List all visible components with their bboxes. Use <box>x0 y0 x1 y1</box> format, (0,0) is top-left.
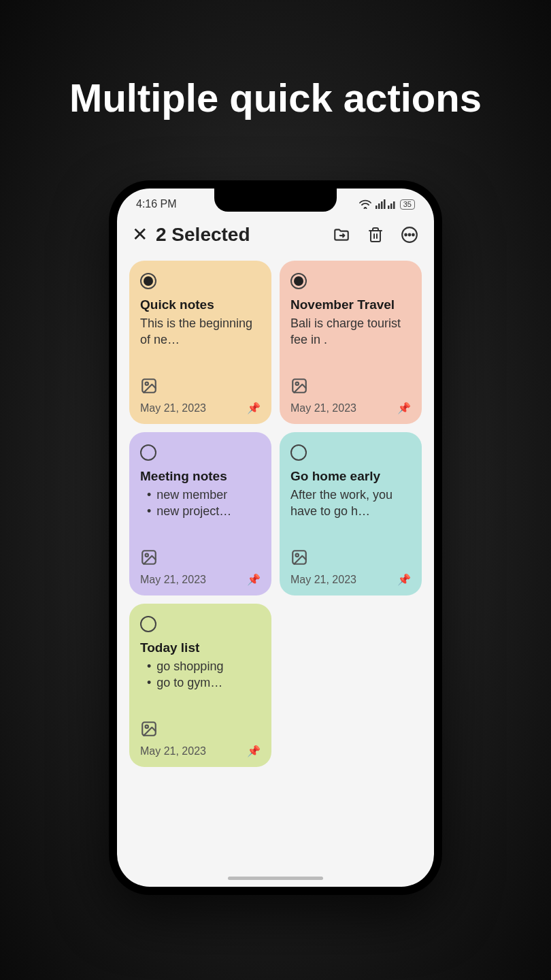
note-bullet: go shopping <box>147 658 261 674</box>
note-body: After the work, you have to go h… <box>290 487 411 520</box>
pin-icon: 📌 <box>247 573 261 586</box>
note-body: This is the beginning of ne… <box>140 315 261 348</box>
svg-rect-2 <box>381 201 383 209</box>
image-icon <box>140 377 261 397</box>
move-to-folder-icon[interactable] <box>332 225 351 244</box>
note-footer: May 21, 2023📌 <box>140 377 261 414</box>
svg-point-10 <box>412 234 414 236</box>
select-toggle[interactable] <box>140 444 156 461</box>
select-toggle[interactable] <box>290 444 307 461</box>
select-toggle[interactable] <box>140 616 156 632</box>
wifi-icon <box>359 199 371 209</box>
status-right: 35 <box>359 199 415 210</box>
select-toggle[interactable] <box>290 273 307 289</box>
selection-title: 2 Selected <box>156 224 250 246</box>
note-date: May 21, 2023 <box>140 745 206 757</box>
notes-grid: Quick notesThis is the beginning of ne…M… <box>117 252 434 775</box>
note-footer: May 21, 2023📌 <box>290 549 411 586</box>
note-card[interactable]: Meeting notesnew membernew project…May 2… <box>129 432 271 595</box>
phone-frame: 4:16 PM 35 ✕ 2 Selected <box>109 180 442 895</box>
note-card[interactable]: Today listgo shoppinggo to gym…May 21, 2… <box>129 604 271 767</box>
signal-icon <box>375 199 396 209</box>
note-footer: May 21, 2023📌 <box>140 720 261 757</box>
pin-icon: 📌 <box>397 573 411 586</box>
note-card[interactable]: Quick notesThis is the beginning of ne…M… <box>129 261 271 424</box>
note-title: Quick notes <box>140 297 261 312</box>
note-body: go shoppinggo to gym… <box>140 658 261 691</box>
note-title: Today list <box>140 640 261 655</box>
battery-icon: 35 <box>400 199 415 210</box>
select-toggle[interactable] <box>140 273 156 289</box>
selected-dot-icon <box>294 276 303 286</box>
svg-point-8 <box>405 234 407 236</box>
note-title: Go home early <box>290 469 411 484</box>
status-time: 4:16 PM <box>136 198 177 210</box>
note-date: May 21, 2023 <box>140 574 206 586</box>
image-icon <box>290 377 411 397</box>
pin-icon: 📌 <box>247 745 261 757</box>
svg-point-9 <box>409 234 411 236</box>
note-card[interactable]: November TravelBali is charge tourist fe… <box>280 261 422 424</box>
svg-rect-3 <box>384 199 386 209</box>
svg-rect-0 <box>375 206 378 209</box>
image-icon <box>290 549 411 569</box>
pin-icon: 📌 <box>247 402 261 414</box>
svg-point-16 <box>146 554 148 557</box>
pin-icon: 📌 <box>397 402 411 414</box>
svg-rect-1 <box>378 203 380 209</box>
svg-rect-6 <box>393 201 395 209</box>
note-date: May 21, 2023 <box>290 402 356 414</box>
svg-point-12 <box>146 382 148 385</box>
svg-rect-4 <box>388 206 390 209</box>
app-header: ✕ 2 Selected <box>117 213 434 252</box>
selected-dot-icon <box>144 276 153 286</box>
notch <box>214 189 337 212</box>
note-title: November Travel <box>290 297 411 312</box>
note-body: Bali is charge tourist fee in . <box>290 315 411 348</box>
svg-point-20 <box>146 725 148 728</box>
note-date: May 21, 2023 <box>290 574 356 586</box>
note-bullet: new member <box>147 487 261 503</box>
svg-rect-5 <box>390 203 393 209</box>
trash-icon[interactable] <box>366 225 385 244</box>
svg-point-14 <box>296 382 299 385</box>
image-icon <box>140 549 261 569</box>
svg-point-18 <box>296 554 299 557</box>
note-footer: May 21, 2023📌 <box>140 549 261 586</box>
note-card[interactable]: Go home earlyAfter the work, you have to… <box>280 432 422 595</box>
note-title: Meeting notes <box>140 469 261 484</box>
note-bullet: go to gym… <box>147 674 261 691</box>
note-body: new membernew project… <box>140 487 261 520</box>
close-icon[interactable]: ✕ <box>132 225 148 244</box>
home-indicator[interactable] <box>228 877 323 880</box>
image-icon <box>140 720 261 740</box>
screen: 4:16 PM 35 ✕ 2 Selected <box>117 189 434 887</box>
marketing-headline: Multiple quick actions <box>0 0 551 120</box>
note-date: May 21, 2023 <box>140 402 206 414</box>
more-icon[interactable] <box>400 225 419 244</box>
note-footer: May 21, 2023📌 <box>290 377 411 414</box>
note-bullet: new project… <box>147 503 261 519</box>
